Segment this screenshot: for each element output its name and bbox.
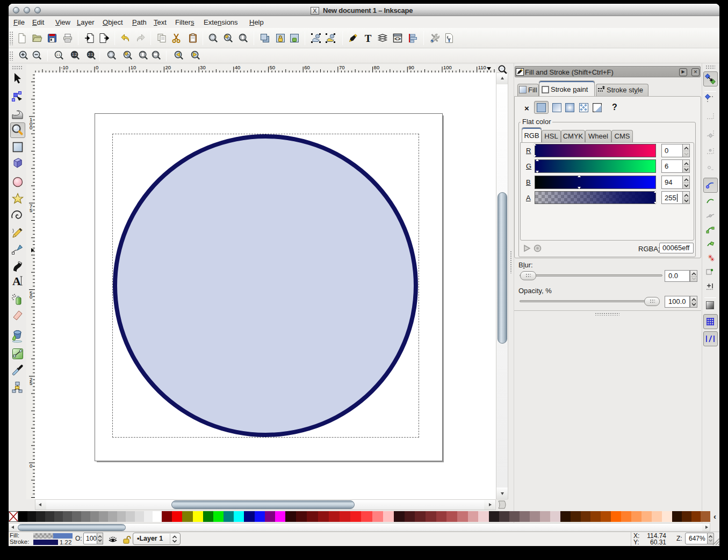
- svg-text:-10: -10: [61, 64, 68, 70]
- svg-text:5: 5: [30, 207, 32, 213]
- svg-text:✳: ✳: [710, 256, 715, 263]
- svg-text:80: 80: [374, 64, 380, 70]
- svg-text:5: 5: [30, 380, 32, 386]
- svg-text:2:1: 2:1: [88, 53, 93, 56]
- svg-text:1:2: 1:2: [72, 53, 77, 56]
- svg-text:30: 30: [200, 64, 206, 70]
- svg-text:0: 0: [30, 463, 32, 469]
- svg-text:0: 0: [30, 125, 32, 130]
- svg-text:90: 90: [408, 64, 414, 70]
- svg-text:60: 60: [304, 64, 310, 70]
- svg-text:100: 100: [443, 64, 452, 70]
- svg-text:0: 0: [96, 64, 98, 70]
- svg-text:70: 70: [339, 64, 345, 70]
- svg-text:50: 50: [270, 64, 276, 70]
- svg-text:20: 20: [165, 64, 171, 70]
- svg-text:<>: <>: [394, 36, 401, 42]
- svg-text:A: A: [12, 275, 21, 288]
- svg-text:T: T: [365, 33, 372, 43]
- svg-text:110: 110: [478, 64, 486, 70]
- svg-text:0: 0: [30, 294, 32, 300]
- svg-text:1:1: 1:1: [56, 53, 61, 56]
- svg-text:40: 40: [235, 64, 241, 70]
- svg-text:10: 10: [131, 64, 136, 70]
